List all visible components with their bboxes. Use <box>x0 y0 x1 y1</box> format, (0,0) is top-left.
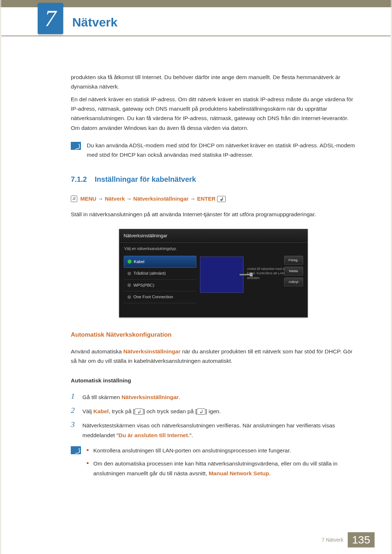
auto-config-heading: Automatisk Nätverkskonfiguration <box>71 330 356 340</box>
step-1: 1 Gå till skärmen Nätverksinställningar. <box>71 391 356 402</box>
bullet-2: Om den automatiska processen inte kan hi… <box>87 459 356 478</box>
text: Använd automatiska <box>71 348 123 354</box>
step-3: 3 Nätverkstestskärmen visas och nätverks… <box>71 420 356 440</box>
text: Välj <box>82 408 93 414</box>
highlight: Du är ansluten till Internet. <box>118 432 189 438</box>
chapter-badge: 7 <box>38 3 63 34</box>
step-number: 1 <box>71 391 77 401</box>
note-block-1: Du kan använda ADSL-modem med stöd för D… <box>71 141 356 160</box>
enter-icon <box>135 409 143 415</box>
highlight: Kabel <box>93 408 109 414</box>
option-onefoot[interactable]: One Foot Connection <box>124 291 196 303</box>
highlight: Manual Network Setup <box>209 470 269 476</box>
bullet-1: Kontrollera anslutningen till LAN-porten… <box>87 446 356 455</box>
remote-icon <box>71 196 77 202</box>
enter-icon <box>197 409 205 415</box>
arrow-icon: → <box>98 196 103 202</box>
content: produkten ska få åtkomst till Internet. … <box>0 36 392 482</box>
radio-icon <box>127 283 131 287</box>
enter-icon <box>217 196 226 202</box>
step-2: 2 Välj Kabel, tryck på [] och tryck seda… <box>71 406 356 416</box>
note-block-2: Kontrollera anslutningen till LAN-porten… <box>71 445 356 482</box>
step-body: Gå till skärmen Nätverksinställningar. <box>82 391 356 402</box>
intro-para-2: En del nätverk kräver en statisk IP-adre… <box>71 95 356 133</box>
footer-label: 7 Nätverk <box>322 537 343 543</box>
arrow-icon: → <box>190 196 196 202</box>
text: . <box>269 470 270 476</box>
text: ". <box>189 432 193 438</box>
option-label: One Foot Connection <box>134 294 173 301</box>
radio-icon <box>128 260 131 263</box>
option-label: WPS(PBC) <box>134 282 155 289</box>
text: , tryck på [ <box>109 408 135 414</box>
dialog-right: Föreg. Nästa Avbryt Anslut till nätverke… <box>247 256 303 303</box>
arrow-icon: → <box>126 196 132 202</box>
chapter-title: Nätverk <box>72 15 118 29</box>
dialog-subtitle: Välj en nätverksanslutningstyp. <box>119 243 307 256</box>
prev-button[interactable]: Föreg. <box>284 256 303 264</box>
menu-path-1: Nätverk <box>105 196 125 202</box>
step-body: Nätverkstestskärmen visas och nätverksan… <box>82 420 356 440</box>
section-title: Inställningar för kabelnätverk <box>95 175 196 183</box>
menu-path-2: Nätverksinställningar <box>133 196 189 202</box>
option-wireless[interactable]: Trådlöst (allmänt) <box>124 268 196 280</box>
cancel-button[interactable]: Avbryt <box>284 278 303 286</box>
note-text-2: Kontrollera anslutningen till LAN-porten… <box>87 445 356 482</box>
chapter-number: 7 <box>45 5 56 32</box>
note-icon <box>71 446 81 454</box>
steps-list: 1 Gå till skärmen Nätverksinställningar.… <box>71 391 356 440</box>
note-text-1: Du kan använda ADSL-modem med stöd för D… <box>87 141 356 160</box>
enter-label: ENTER <box>197 196 216 202</box>
preview-box <box>200 257 244 293</box>
text: Gå till skärmen <box>82 394 122 400</box>
next-button[interactable]: Nästa <box>284 267 303 275</box>
highlight: Nätverksinställningar <box>123 348 181 354</box>
text: . <box>179 394 180 400</box>
dialog-buttons: Föreg. Nästa Avbryt <box>284 256 303 288</box>
page-number: 135 <box>348 532 375 547</box>
menu-path: MENU → Nätverk → Nätverksinställningar →… <box>71 194 356 204</box>
section-body: Ställ in nätverksanslutningen på att anv… <box>71 210 356 219</box>
step-number: 3 <box>71 420 77 429</box>
dialog-body: Kabel Trådlöst (allmänt) WPS(PBC) One Fo… <box>119 256 307 317</box>
intro-para-1: produkten ska få åtkomst till Internet. … <box>71 73 356 92</box>
note-bullets: Kontrollera anslutningen till LAN-porten… <box>87 446 356 478</box>
dialog-title: Nätverksinställningar <box>119 229 307 243</box>
note-icon <box>71 142 81 150</box>
auto-config-para: Använd automatiska Nätverksinställningar… <box>71 347 356 366</box>
chapter-header: 7 Nätverk <box>1 0 391 36</box>
auto-setting-heading: Automatisk inställning <box>71 376 356 385</box>
step-number: 2 <box>71 406 77 415</box>
option-kabel[interactable]: Kabel <box>124 256 196 268</box>
radio-icon <box>127 295 131 299</box>
text: ] och tryck sedan på [ <box>143 408 197 414</box>
section-number: 7.1.2 <box>71 175 87 183</box>
settings-dialog: Nätverksinställningar Välj en nätverksan… <box>119 229 308 317</box>
menu-label: MENU <box>80 196 96 202</box>
radio-icon <box>127 272 131 275</box>
option-wps[interactable]: WPS(PBC) <box>124 280 196 292</box>
page: 7 Nätverk produkten ska få åtkomst till … <box>0 0 392 554</box>
text: ] igen. <box>205 408 221 414</box>
step-body: Välj Kabel, tryck på [] och tryck sedan … <box>82 406 356 416</box>
option-label: Trådlöst (allmänt) <box>134 270 166 277</box>
section-heading: 7.1.2 Inställningar för kabelnätverk <box>71 173 356 185</box>
side-line-right <box>391 0 392 554</box>
connection-type-list: Kabel Trådlöst (allmänt) WPS(PBC) One Fo… <box>124 256 196 303</box>
side-line-left <box>0 0 1 554</box>
page-footer: 7 Nätverk 135 <box>322 532 375 547</box>
highlight: Nätverksinställningar <box>122 394 179 400</box>
option-label: Kabel <box>134 258 144 266</box>
